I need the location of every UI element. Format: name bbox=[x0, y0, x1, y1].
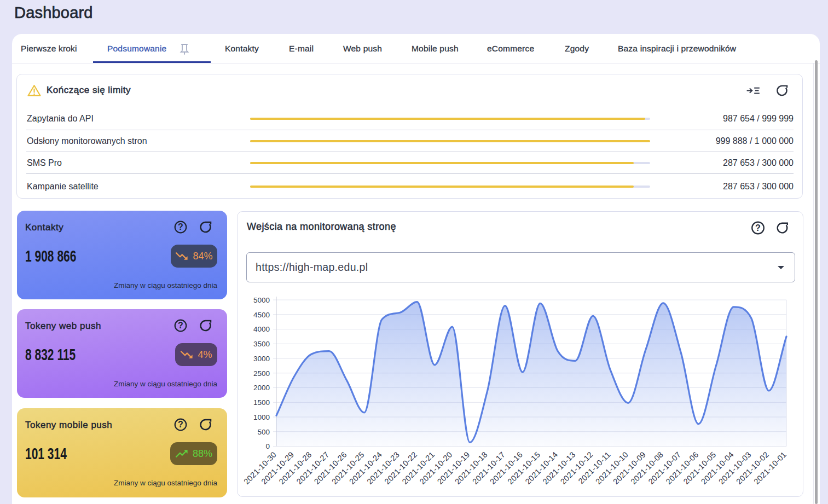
svg-text:?: ? bbox=[178, 222, 183, 231]
svg-text:3000: 3000 bbox=[253, 355, 270, 363]
svg-text:3500: 3500 bbox=[253, 340, 270, 348]
svg-text:?: ? bbox=[178, 420, 183, 429]
svg-text:4500: 4500 bbox=[253, 311, 270, 319]
svg-text:?: ? bbox=[755, 223, 761, 233]
svg-text:1000: 1000 bbox=[253, 413, 270, 421]
svg-text:500: 500 bbox=[257, 428, 270, 436]
svg-text:0: 0 bbox=[265, 442, 270, 450]
svg-text:2000: 2000 bbox=[253, 384, 270, 392]
svg-text:?: ? bbox=[178, 321, 183, 330]
svg-text:4000: 4000 bbox=[253, 325, 270, 333]
svg-text:2500: 2500 bbox=[253, 369, 270, 378]
svg-text:1500: 1500 bbox=[253, 398, 270, 407]
svg-text:5000: 5000 bbox=[253, 296, 270, 304]
